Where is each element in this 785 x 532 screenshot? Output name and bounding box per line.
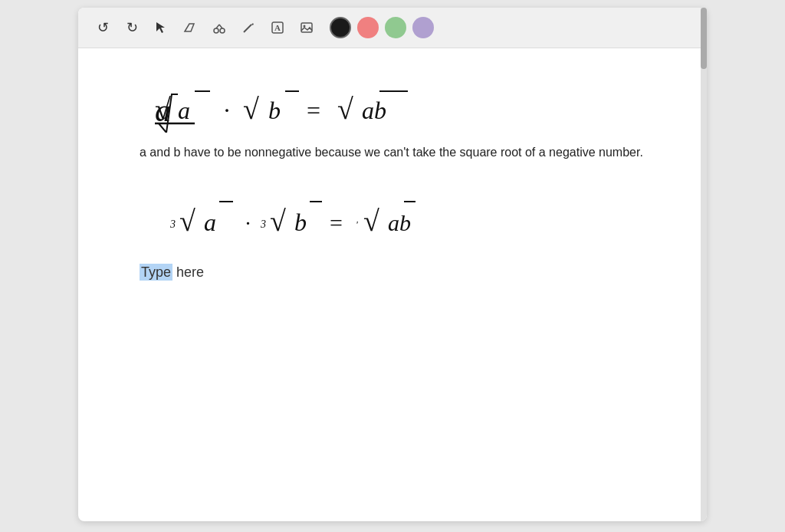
svg-text:a: a xyxy=(204,209,216,236)
color-black[interactable] xyxy=(330,17,351,38)
svg-text:√: √ xyxy=(270,205,286,237)
svg-text:·: · xyxy=(224,97,230,124)
text-button[interactable]: A xyxy=(265,15,290,40)
svg-text:√: √ xyxy=(243,93,259,125)
svg-text:·: · xyxy=(245,212,251,235)
svg-text:A: A xyxy=(274,23,281,32)
undo-button[interactable]: ↺ xyxy=(90,15,115,40)
pen-button[interactable] xyxy=(236,15,261,40)
toolbar: ↺ ↻ xyxy=(78,8,707,48)
redo-button[interactable]: ↻ xyxy=(120,15,144,40)
formula-1-svg: a √ a · √ b = √ ab xyxy=(155,79,415,133)
svg-text:ab: ab xyxy=(362,97,386,124)
scrollbar-track[interactable] xyxy=(701,8,707,521)
svg-line-2 xyxy=(216,25,219,28)
formula-1: a √ a · √ b = √ ab xyxy=(155,79,676,136)
color-green[interactable] xyxy=(385,17,406,38)
color-purple[interactable] xyxy=(412,17,434,38)
type-here-rest: here xyxy=(172,264,204,280)
svg-line-3 xyxy=(219,25,222,28)
color-pink[interactable] xyxy=(357,17,379,38)
svg-text:=: = xyxy=(307,97,320,124)
svg-text:': ' xyxy=(356,218,358,230)
image-button[interactable] xyxy=(294,15,319,40)
type-here-container[interactable]: Type here xyxy=(140,264,204,281)
svg-point-1 xyxy=(220,28,225,33)
svg-text:3: 3 xyxy=(170,218,176,230)
type-highlight: Type xyxy=(140,264,172,281)
select-button[interactable] xyxy=(149,15,173,40)
svg-text:√: √ xyxy=(179,205,195,237)
svg-text:√: √ xyxy=(337,93,353,125)
type-here-text: Type here xyxy=(140,264,204,281)
svg-text:b: b xyxy=(294,209,307,236)
svg-text:a: a xyxy=(178,97,190,124)
svg-text:=: = xyxy=(330,210,343,235)
svg-point-0 xyxy=(214,28,218,33)
svg-text:ab: ab xyxy=(388,210,411,235)
scrollbar-thumb[interactable] xyxy=(701,8,707,69)
svg-point-8 xyxy=(304,25,306,28)
canvas-container: ↺ ↻ xyxy=(78,8,707,521)
svg-text:3: 3 xyxy=(260,218,266,230)
svg-text:√: √ xyxy=(155,93,171,125)
svg-text:b: b xyxy=(268,97,281,124)
svg-text:√: √ xyxy=(363,205,379,237)
scissors-button[interactable] xyxy=(207,15,232,40)
eraser-button[interactable] xyxy=(178,15,202,40)
description-text: a and b have to be nonnegative because w… xyxy=(140,143,645,162)
formula-2: 3 √ a · 3 √ b = ' √ ab xyxy=(170,185,676,249)
formula-2-svg: 3 √ a · 3 √ b = ' √ ab xyxy=(170,185,415,246)
svg-line-4 xyxy=(244,25,251,32)
content-area: a √ a · √ b = √ ab xyxy=(78,48,707,304)
